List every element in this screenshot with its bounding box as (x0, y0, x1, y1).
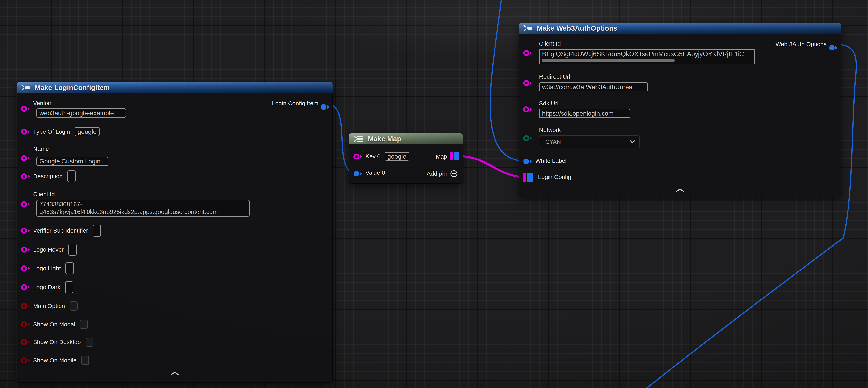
logo-hover-input[interactable] (68, 244, 77, 256)
output-label: Web 3Auth Options (775, 41, 827, 48)
pin-type-of-login[interactable] (21, 128, 31, 135)
pin-network[interactable] (523, 135, 533, 142)
node-make-map[interactable]: Make Map Key 0 google Map Value 0 Add pi… (349, 133, 463, 184)
value-0-label: Value 0 (365, 169, 385, 176)
logo-dark-label: Logo Dark (33, 284, 60, 291)
pin-sdk-url[interactable] (523, 106, 533, 113)
description-input[interactable] (67, 170, 76, 182)
pin-show-on-modal[interactable] (21, 321, 31, 328)
output-pin-map[interactable] (451, 152, 459, 161)
make-struct-icon (523, 25, 534, 32)
sdk-url-input[interactable]: https://sdk.openlogin.com (539, 109, 630, 118)
main-option-label: Main Option (33, 303, 65, 309)
logo-light-input[interactable] (65, 262, 74, 274)
pin-key-0[interactable] (353, 153, 364, 160)
node-title: Make Web3AuthOptions (537, 24, 617, 32)
show-on-desktop-checkbox[interactable] (86, 337, 93, 347)
collapse-node-button[interactable] (170, 371, 179, 376)
name-label: Name (33, 146, 49, 152)
pin-login-config[interactable] (524, 173, 532, 182)
make-struct-icon (21, 84, 32, 91)
pin-verifier-sub-identifier[interactable] (21, 227, 31, 234)
verifier-sub-identifier-input[interactable] (93, 225, 101, 237)
node-make-web3authoptions[interactable]: Make Web3AuthOptions Web 3Auth Options C… (519, 23, 841, 197)
output-pin-login-config-item[interactable] (320, 103, 331, 111)
redirect-url-label: Redirect Url (539, 73, 570, 80)
client-id-value: BEglQSgt4cUWcj6SKRdu5QkOXTsePmMcusG5EAoy… (542, 50, 744, 58)
node-header[interactable]: Make LoginConfigItem (17, 82, 333, 93)
pin-client-id[interactable] (523, 50, 533, 57)
add-pin-label: Add pin (427, 170, 447, 177)
show-on-modal-label: Show On Modal (33, 321, 75, 328)
network-selected-value: CYAN (545, 139, 561, 145)
client-id-line2: q463s7kpvja16l4l0kko3nb925ikds2p.apps.go… (39, 208, 218, 216)
logo-light-label: Logo Light (33, 265, 61, 272)
chevron-down-icon (629, 140, 636, 144)
logo-dark-input[interactable] (65, 281, 73, 293)
pin-white-label[interactable] (523, 158, 533, 165)
client-id-input[interactable]: 774338308167- q463s7kpvja16l4l0kko3nb925… (36, 200, 250, 217)
pin-name[interactable] (21, 155, 31, 162)
show-on-modal-checkbox[interactable] (80, 320, 88, 329)
key-0-label: Key 0 (365, 153, 380, 160)
white-label-label: White Label (535, 157, 566, 164)
client-id-hscrollbar[interactable] (541, 59, 675, 62)
output-pin-web3auth-options[interactable] (829, 44, 839, 51)
client-id-label: Client Id (539, 40, 561, 47)
add-pin-button[interactable]: Add pin (427, 170, 458, 178)
node-title: Make LoginConfigItem (35, 84, 110, 91)
pin-logo-light[interactable] (21, 265, 31, 272)
verifier-sub-identifier-label: Verifier Sub Identifier (33, 227, 88, 234)
show-on-mobile-label: Show On Mobile (33, 357, 76, 364)
client-id-input[interactable]: BEglQSgt4cUWcj6SKRdu5QkOXTsePmMcusG5EAoy… (539, 49, 755, 64)
key-0-input[interactable]: google (384, 152, 409, 161)
collapse-node-button[interactable] (676, 188, 684, 192)
add-pin-icon (450, 170, 458, 178)
redirect-url-input[interactable]: w3a://com.w3a.Web3AuthUnreal (539, 82, 648, 91)
pin-client-id[interactable] (21, 201, 31, 208)
description-label: Description (33, 173, 63, 180)
name-input[interactable]: Google Custom Login (36, 157, 108, 166)
blueprint-canvas[interactable]: Make LoginConfigItem Login Config Item V… (0, 0, 868, 388)
show-on-desktop-label: Show On Desktop (33, 339, 81, 346)
node-title: Make Map (368, 135, 401, 143)
type-of-login-input[interactable]: google (75, 127, 99, 136)
node-header[interactable]: Make Web3AuthOptions (519, 23, 841, 34)
make-map-icon (353, 135, 365, 142)
output-row: Login Config Item (272, 100, 318, 107)
type-of-login-label: Type Of Login (33, 128, 70, 135)
network-label: Network (539, 126, 561, 133)
pin-verifier[interactable] (21, 105, 31, 112)
pin-logo-dark[interactable] (21, 284, 31, 291)
verifier-label: Verifier (33, 100, 52, 107)
pin-show-on-desktop[interactable] (21, 338, 31, 346)
client-id-label: Client Id (33, 191, 55, 198)
node-header[interactable]: Make Map (349, 133, 463, 144)
pin-show-on-mobile[interactable] (21, 357, 31, 364)
sdk-url-label: Sdk Url (539, 100, 558, 107)
client-id-line1: 774338308167- (39, 201, 82, 208)
login-config-label: Login Config (538, 174, 571, 180)
pin-redirect-url[interactable] (523, 80, 533, 87)
main-option-checkbox[interactable] (70, 301, 78, 310)
wire-map-to-loginconfig[interactable] (459, 156, 526, 177)
pin-description[interactable] (21, 173, 31, 180)
network-dropdown[interactable]: CYAN (539, 136, 640, 148)
logo-hover-label: Logo Hover (33, 246, 64, 253)
map-output-label: Map (436, 153, 447, 160)
show-on-mobile-checkbox[interactable] (81, 356, 89, 365)
pin-logo-hover[interactable] (21, 246, 31, 253)
pin-main-option[interactable] (21, 302, 31, 309)
output-label: Login Config Item (272, 100, 318, 107)
verifier-input[interactable]: web3auth-google-example (36, 109, 126, 118)
pin-value-0[interactable] (353, 170, 364, 177)
node-make-loginconfigitem[interactable]: Make LoginConfigItem Login Config Item V… (17, 82, 333, 383)
